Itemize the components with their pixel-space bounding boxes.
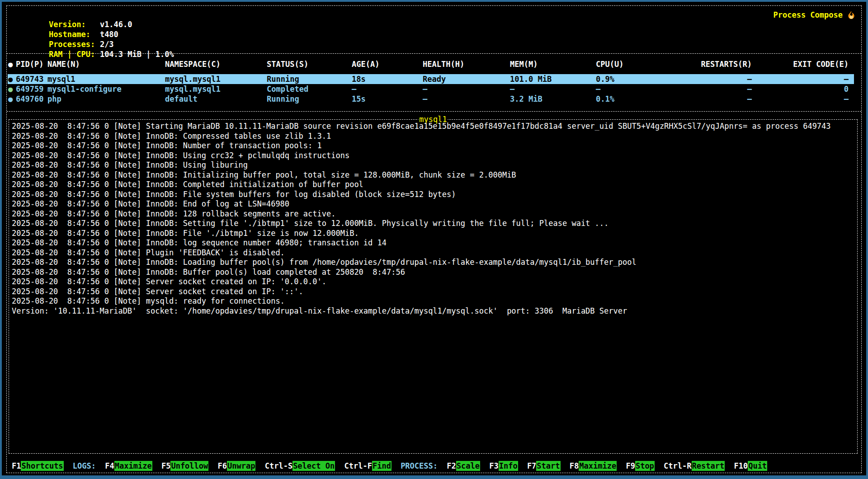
col-restarts[interactable]: RESTARTS(R) (701, 59, 752, 69)
col-pid[interactable]: PID(P) (16, 59, 43, 69)
table-row-mysql1-configure[interactable]: ● 649759 mysql1-configure mysql.mysql1 C… (8, 84, 854, 94)
process-table: ● PID(P) NAME(N) NAMESPACE(C) STATUS(S) … (8, 54, 854, 111)
log-line: 2025-08-20 8:47:56 0 [Note] InnoDB: Numb… (12, 141, 855, 151)
shortcut-key: F1 (12, 461, 21, 470)
cell-restarts: – (747, 74, 752, 84)
cell-exit-code: – (844, 74, 849, 84)
cell-status: Running (267, 74, 299, 84)
cell-status: Running (267, 94, 299, 104)
shortcut-label: Find (372, 461, 392, 471)
completed-dot-icon: ● (8, 84, 13, 94)
shortcut-ctrl-r-restart[interactable]: Ctrl-RRestart (664, 461, 725, 470)
col-exit-code[interactable]: EXIT CODE(E) (793, 59, 849, 69)
running-dot-icon: ● (8, 94, 13, 104)
group-label-logs: LOGS: (73, 461, 96, 470)
shortcut-key: F8 (570, 461, 579, 470)
log-line: 2025-08-20 8:47:56 0 [Note] InnoDB: log … (12, 238, 855, 248)
shortcut-label: Scale (456, 461, 480, 471)
shortcut-f8-maximize[interactable]: F8Maximize (570, 461, 617, 470)
col-age[interactable]: AGE(A) (352, 59, 379, 69)
log-line: 2025-08-20 8:47:56 0 [Note] InnoDB: File… (12, 229, 855, 239)
cell-health: – (423, 84, 427, 94)
log-line: 2025-08-20 8:47:56 0 [Note] InnoDB: Usin… (12, 160, 855, 170)
log-line: 2025-08-20 8:47:56 0 [Note] InnoDB: Init… (12, 170, 855, 180)
log-line: 2025-08-20 8:47:56 0 [Note] InnoDB: Buff… (12, 268, 855, 277)
table-row-mysql1[interactable]: ● 649743 mysql1 mysql.mysql1 Running 18s… (8, 74, 854, 84)
shortcut-key: Ctrl-R (664, 461, 691, 470)
shortcut-ctrl-s-select-on[interactable]: Ctrl-SSelect On (265, 461, 335, 470)
cell-pid: 649743 (16, 74, 43, 84)
shortcut-f5-unfollow[interactable]: F5Unfollow (161, 461, 208, 470)
cell-pid: 649759 (16, 84, 43, 94)
status-dot-icon: ● (8, 59, 13, 69)
cell-cpu: 0.9% (596, 74, 614, 84)
cell-exit-code: 0 (844, 84, 849, 94)
shortcut-key: Ctrl-S (265, 461, 292, 470)
col-mem[interactable]: MEM(M) (510, 59, 538, 69)
app-frame: Version:v1.46.0 Hostname:t480 Processes:… (6, 5, 862, 473)
table-bottom-divider (7, 111, 861, 112)
shortcut-label: Unfollow (170, 461, 208, 471)
processes-value: 2/3 (100, 40, 114, 49)
shortcut-label: Maximize (579, 461, 617, 471)
log-line: 2025-08-20 8:47:56 0 [Note] Plugin 'FEED… (12, 248, 855, 258)
cell-name: php (47, 94, 61, 104)
shortcut-f10-quit[interactable]: F10Quit (734, 461, 767, 470)
shortcut-f9-stop[interactable]: F9Stop (626, 461, 654, 470)
log-line: 2025-08-20 8:47:56 0 [Note] InnoDB: Load… (12, 258, 855, 268)
shortcut-ctrl-f-find[interactable]: Ctrl-FFind (344, 461, 392, 470)
shortcut-label: Unwrap (227, 461, 255, 471)
hostname-value: t480 (100, 30, 118, 39)
table-row-php[interactable]: ● 649760 php default Running 15s – 3.2 M… (8, 94, 854, 104)
log-panel[interactable]: mysql1 2025-08-20 8:47:56 0 [Note] Start… (9, 119, 858, 454)
processes-line: Processes:2/3 (12, 29, 861, 39)
col-status[interactable]: STATUS(S) (267, 59, 308, 69)
hostname-line: Hostname:t480 (12, 19, 861, 29)
shortcut-f3-info[interactable]: F3Info (489, 461, 518, 470)
cell-age: 18s (352, 74, 366, 84)
ram-cpu-line: RAM | CPU:104.3 MiB | 1.0% (12, 39, 861, 49)
shortcut-key: F5 (161, 461, 170, 470)
log-line: 2025-08-20 8:47:56 0 [Note] mysqld: read… (12, 296, 855, 306)
shortcut-label: Info (499, 461, 518, 471)
shortcut-label: Shortcuts (21, 461, 63, 471)
log-content: 2025-08-20 8:47:56 0 [Note] Starting Mar… (9, 120, 857, 453)
shortcut-label: Quit (748, 461, 767, 471)
cell-name: mysql1-configure (47, 84, 122, 94)
shortcut-label: Restart (692, 461, 725, 471)
app-title: Process Compose (773, 10, 843, 19)
process-table-body: ● 649743 mysql1 mysql.mysql1 Running 18s… (8, 74, 854, 104)
hostname-label: Hostname: (49, 29, 100, 39)
col-cpu[interactable]: CPU(U) (596, 59, 623, 69)
shortcut-key: F7 (527, 461, 536, 470)
col-namespace[interactable]: NAMESPACE(C) (165, 59, 221, 69)
col-health[interactable]: HEALTH(H) (423, 59, 464, 69)
shortcut-f1-shortcuts[interactable]: F1Shortcuts (12, 461, 64, 470)
col-name[interactable]: NAME(N) (47, 59, 80, 69)
shortcut-key: F10 (734, 461, 748, 470)
shortcut-key: F3 (489, 461, 498, 470)
cell-age: – (352, 84, 356, 94)
shortcut-f6-unwrap[interactable]: F6Unwrap (218, 461, 256, 470)
shortcut-f7-start[interactable]: F7Start (527, 461, 561, 470)
log-line: 2025-08-20 8:47:56 0 [Note] InnoDB: Comp… (12, 131, 855, 141)
cell-health: Ready (423, 74, 446, 84)
shortcut-f2-scale[interactable]: F2Scale (447, 461, 480, 470)
shortcut-key: F9 (626, 461, 635, 470)
shortcut-key: F6 (218, 461, 227, 470)
log-line: 2025-08-20 8:47:56 0 [Note] InnoDB: Sett… (12, 219, 855, 229)
log-line: 2025-08-20 8:47:56 0 [Note] InnoDB: End … (12, 199, 855, 209)
cell-pid: 649760 (16, 94, 43, 104)
log-line: 2025-08-20 8:47:56 0 [Note] InnoDB: File… (12, 190, 855, 200)
processes-label: Processes: (49, 39, 100, 49)
cell-mem: 101.0 MiB (510, 74, 552, 84)
version-line: Version:v1.46.0 (12, 9, 861, 19)
shortcut-f4-maximize[interactable]: F4Maximize (105, 461, 152, 470)
log-line: 2025-08-20 8:47:56 0 [Note] Server socke… (12, 277, 855, 287)
cell-mem: 3.2 MiB (510, 94, 542, 104)
cell-cpu: – (596, 84, 600, 94)
flame-icon (847, 10, 856, 19)
cell-age: 15s (352, 94, 366, 104)
version-value: v1.46.0 (100, 20, 132, 29)
cell-namespace: mysql.mysql1 (165, 84, 221, 94)
